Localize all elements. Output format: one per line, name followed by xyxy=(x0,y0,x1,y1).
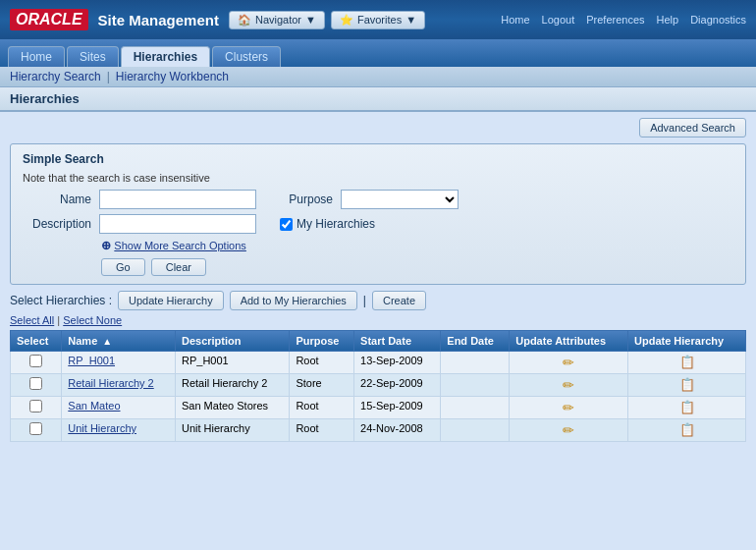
table-header-row: Select Name ▲ Description Purpose Start … xyxy=(11,331,746,352)
go-button[interactable]: Go xyxy=(101,258,145,276)
oracle-logo: ORACLE xyxy=(10,9,88,30)
col-update-attributes: Update Attributes xyxy=(510,331,628,352)
breadcrumb: Hierarchy Search | Hierarchy Workbench xyxy=(0,67,756,87)
navigator-button[interactable]: 🏠 Navigator ▼ xyxy=(229,11,325,29)
chevron-down-icon-fav: ▼ xyxy=(405,14,416,26)
description-row: Description My Hierarchies xyxy=(23,214,733,234)
col-description: Description xyxy=(175,331,289,352)
row-start-date-cell: 13-Sep-2009 xyxy=(354,352,441,374)
main-content: Advanced Search Simple Search Note that … xyxy=(0,112,756,448)
row-select-cell xyxy=(11,419,62,442)
home-link[interactable]: Home xyxy=(501,14,529,26)
row-update-hierarchy-cell: 📋 xyxy=(628,397,746,419)
pencil-icon[interactable]: ✏ xyxy=(563,377,574,393)
description-input[interactable] xyxy=(99,214,256,234)
actions-separator: | xyxy=(363,294,366,307)
name-label: Name xyxy=(23,192,91,206)
row-start-date-cell: 24-Nov-2008 xyxy=(354,419,441,442)
my-hierarchies-checkbox[interactable] xyxy=(280,218,293,231)
row-checkbox[interactable] xyxy=(29,400,42,412)
page-icon[interactable]: 📋 xyxy=(679,422,695,437)
row-end-date-cell xyxy=(441,397,510,419)
search-box-title: Simple Search xyxy=(23,152,733,166)
add-to-my-hierarchies-button[interactable]: Add to My Hierarchies xyxy=(230,291,357,310)
nav-buttons: 🏠 Navigator ▼ ⭐ Favorites ▼ xyxy=(229,11,425,29)
row-start-date-cell: 15-Sep-2009 xyxy=(354,397,441,419)
row-name-link[interactable]: RP_H001 xyxy=(68,355,115,366)
table-body: RP_H001RP_H001Root13-Sep-2009✏📋Retail Hi… xyxy=(11,352,746,442)
select-hierarchies-label: Select Hierarchies : xyxy=(10,294,112,307)
row-end-date-cell xyxy=(441,374,510,397)
col-select: Select xyxy=(11,331,62,352)
page-icon[interactable]: 📋 xyxy=(679,377,695,392)
tab-sites[interactable]: Sites xyxy=(67,46,119,67)
row-name-link[interactable]: San Mateo xyxy=(68,400,120,412)
preferences-link[interactable]: Preferences xyxy=(586,14,644,26)
row-end-date-cell xyxy=(441,419,510,442)
header: ORACLE Site Management 🏠 Navigator ▼ ⭐ F… xyxy=(0,0,756,39)
col-update-hierarchy: Update Hierarchy xyxy=(628,331,746,352)
tab-clusters[interactable]: Clusters xyxy=(212,46,281,67)
page-title: Hierarchies xyxy=(10,91,80,106)
search-btn-row: Go Clear xyxy=(23,258,733,276)
page-icon[interactable]: 📋 xyxy=(679,400,695,414)
help-link[interactable]: Help xyxy=(657,14,679,26)
row-name-cell: Retail Hierarchy 2 xyxy=(62,374,176,397)
purpose-label: Purpose xyxy=(264,192,333,206)
name-input[interactable] xyxy=(99,190,256,209)
tabs-row: Home Sites Hierarchies Clusters xyxy=(0,39,756,67)
pencil-icon[interactable]: ✏ xyxy=(563,422,574,438)
row-checkbox[interactable] xyxy=(29,377,42,390)
select-all-row: Select All | Select None xyxy=(10,314,746,326)
col-end-date: End Date xyxy=(441,331,510,352)
breadcrumb-hierarchy-workbench[interactable]: Hierarchy Workbench xyxy=(116,70,229,83)
my-hierarchies-label: My Hierarchies xyxy=(297,217,375,231)
row-purpose-cell: Root xyxy=(290,419,354,442)
select-all-link[interactable]: Select All xyxy=(10,314,54,326)
row-update-attributes-cell: ✏ xyxy=(510,374,628,397)
tab-home[interactable]: Home xyxy=(8,46,65,67)
table-row: RP_H001RP_H001Root13-Sep-2009✏📋 xyxy=(11,352,746,374)
select-none-link[interactable]: Select None xyxy=(63,314,122,326)
clear-button[interactable]: Clear xyxy=(151,258,206,276)
my-hierarchies-checkbox-label[interactable]: My Hierarchies xyxy=(280,217,375,231)
page-icon[interactable]: 📋 xyxy=(679,355,695,369)
plus-icon: ⊕ xyxy=(101,239,111,252)
diagnostics-link[interactable]: Diagnostics xyxy=(690,14,746,26)
page-title-bar: Hierarchies xyxy=(0,87,756,112)
col-name[interactable]: Name ▲ xyxy=(62,331,176,352)
row-checkbox[interactable] xyxy=(29,355,42,367)
header-right: Home Logout Preferences Help Diagnostics xyxy=(501,14,746,26)
pencil-icon[interactable]: ✏ xyxy=(563,400,574,415)
show-more-link[interactable]: Show More Search Options xyxy=(114,240,246,251)
row-name-link[interactable]: Retail Hierarchy 2 xyxy=(68,377,153,389)
breadcrumb-hierarchy-search[interactable]: Hierarchy Search xyxy=(10,70,101,83)
chevron-down-icon: ▼ xyxy=(305,14,316,26)
row-start-date-cell: 22-Sep-2009 xyxy=(354,374,441,397)
row-checkbox[interactable] xyxy=(29,422,42,435)
row-description-cell: San Mateo Stores xyxy=(175,397,289,419)
tab-hierarchies[interactable]: Hierarchies xyxy=(121,46,210,67)
update-hierarchy-button[interactable]: Update Hierarchy xyxy=(118,291,224,310)
advanced-search-button[interactable]: Advanced Search xyxy=(639,118,746,138)
row-select-cell xyxy=(11,352,62,374)
favorites-button[interactable]: ⭐ Favorites ▼ xyxy=(331,11,425,29)
row-description-cell: Retail Hierarchy 2 xyxy=(175,374,289,397)
row-description-cell: Unit Hierarchy xyxy=(175,419,289,442)
row-purpose-cell: Store xyxy=(290,374,354,397)
create-button[interactable]: Create xyxy=(372,291,426,310)
pencil-icon[interactable]: ✏ xyxy=(563,355,574,370)
row-name-link[interactable]: Unit Hierarchy xyxy=(68,422,136,434)
search-note: Note that the search is case insensitive xyxy=(23,172,733,184)
row-update-hierarchy-cell: 📋 xyxy=(628,419,746,442)
table-row: San MateoSan Mateo StoresRoot15-Sep-2009… xyxy=(11,397,746,419)
row-purpose-cell: Root xyxy=(290,352,354,374)
logout-link[interactable]: Logout xyxy=(542,14,575,26)
table-row: Retail Hierarchy 2Retail Hierarchy 2Stor… xyxy=(11,374,746,397)
results-table: Select Name ▲ Description Purpose Start … xyxy=(10,330,746,442)
row-update-attributes-cell: ✏ xyxy=(510,397,628,419)
purpose-select[interactable]: Root Store xyxy=(341,190,459,209)
row-name-cell: Unit Hierarchy xyxy=(62,419,176,442)
row-description-cell: RP_H001 xyxy=(175,352,289,374)
row-name-cell: RP_H001 xyxy=(62,352,176,374)
